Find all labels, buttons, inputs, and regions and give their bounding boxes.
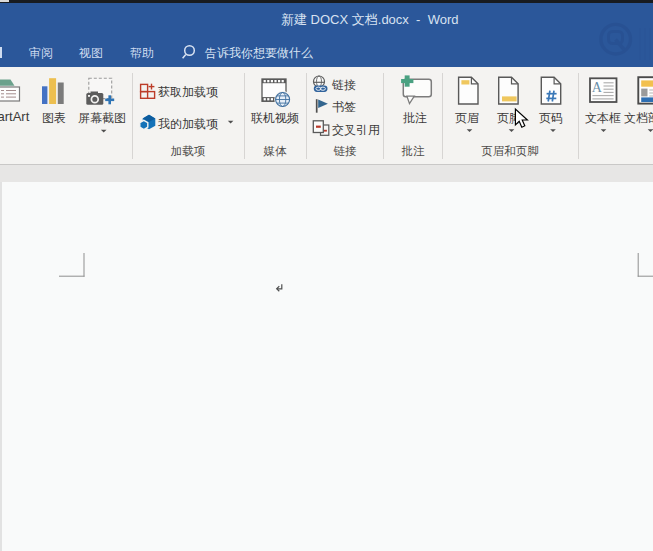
svg-text:A: A xyxy=(592,80,603,95)
